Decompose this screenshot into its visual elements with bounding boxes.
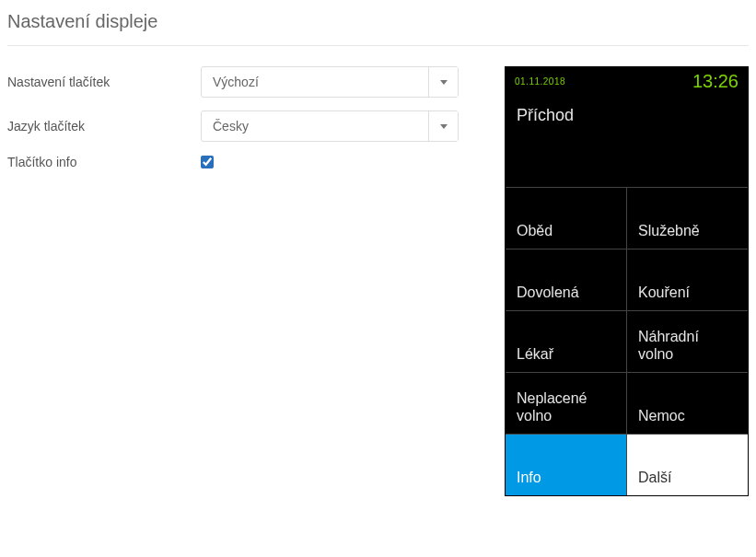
preview-button[interactable]: Náhradní volno xyxy=(626,311,748,372)
preview-date: 01.11.2018 xyxy=(515,76,565,87)
chevron-down-icon xyxy=(440,124,448,129)
preview-button[interactable]: Dovolená xyxy=(506,249,626,310)
preview-info-button[interactable]: Info xyxy=(506,435,626,495)
buttons-settings-label: Nastavení tlačítek xyxy=(7,75,201,89)
chevron-down-icon xyxy=(440,80,448,85)
info-button-checkbox[interactable] xyxy=(201,156,214,168)
preview-button[interactable]: Kouření xyxy=(626,249,748,310)
preview-button[interactable]: Neplacené volno xyxy=(506,373,626,434)
buttons-language-label: Jazyk tlačítek xyxy=(7,119,201,133)
preview-button[interactable]: Nemoc xyxy=(626,373,748,434)
settings-form: Nastavení tlačítek Výchozí Jazyk tlačíte… xyxy=(7,66,505,182)
buttons-language-select[interactable]: Česky xyxy=(201,110,459,142)
buttons-settings-select[interactable]: Výchozí xyxy=(201,66,459,98)
divider xyxy=(7,45,749,46)
device-display-preview: 01.11.2018 13:26 Příchod Oběd Služebně D… xyxy=(505,66,749,496)
preview-button[interactable]: Lékař xyxy=(506,311,626,372)
buttons-settings-value: Výchozí xyxy=(202,67,428,97)
preview-more-button[interactable]: Další xyxy=(626,435,748,495)
preview-time: 13:26 xyxy=(692,71,739,92)
preview-button-arrival[interactable]: Příchod xyxy=(506,95,748,187)
preview-button[interactable]: Oběd xyxy=(506,188,626,249)
preview-button[interactable]: Služebně xyxy=(626,188,748,249)
buttons-language-value: Česky xyxy=(202,111,428,141)
buttons-settings-dropdown-toggle[interactable] xyxy=(428,67,458,97)
info-button-label: Tlačítko info xyxy=(7,155,201,169)
buttons-language-dropdown-toggle[interactable] xyxy=(428,111,458,141)
page-title: Nastavení displeje xyxy=(7,7,749,45)
